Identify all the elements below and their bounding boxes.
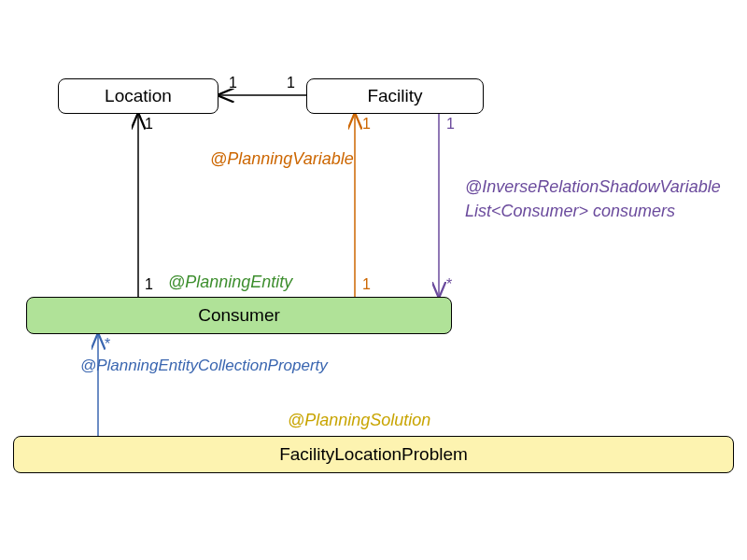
class-problem-name: FacilityLocationProblem — [279, 444, 468, 465]
mult-facloc-location: 1 — [229, 75, 237, 91]
mult-consfac-consumer: 1 — [362, 276, 371, 293]
mult-consfac-facility: 1 — [362, 116, 371, 133]
mult-probcons-consumer: * — [105, 336, 110, 353]
class-location: Location — [58, 78, 218, 114]
ann-collection-property: @PlanningEntityCollectionProperty — [80, 357, 328, 375]
class-consumer-name: Consumer — [198, 305, 280, 326]
ann-inverse-field: List<Consumer> consumers — [465, 202, 675, 221]
class-facility-name: Facility — [367, 86, 422, 106]
mult-facinv-consumer: * — [446, 276, 452, 293]
class-facility: Facility — [306, 78, 484, 114]
mult-facloc-facility: 1 — [287, 75, 295, 91]
mult-facinv-facility: 1 — [446, 116, 455, 133]
ann-planning-variable: @PlanningVariable — [210, 149, 354, 169]
class-problem: FacilityLocationProblem — [13, 436, 734, 473]
ann-inverse-shadow: @InverseRelationShadowVariable — [465, 177, 721, 197]
mult-consloc-consumer: 1 — [145, 276, 153, 293]
ann-planning-entity: @PlanningEntity — [168, 273, 292, 292]
ann-planning-solution: @PlanningSolution — [288, 411, 430, 430]
class-consumer: Consumer — [26, 297, 452, 334]
mult-consloc-location: 1 — [145, 116, 153, 133]
class-location-name: Location — [105, 86, 172, 106]
